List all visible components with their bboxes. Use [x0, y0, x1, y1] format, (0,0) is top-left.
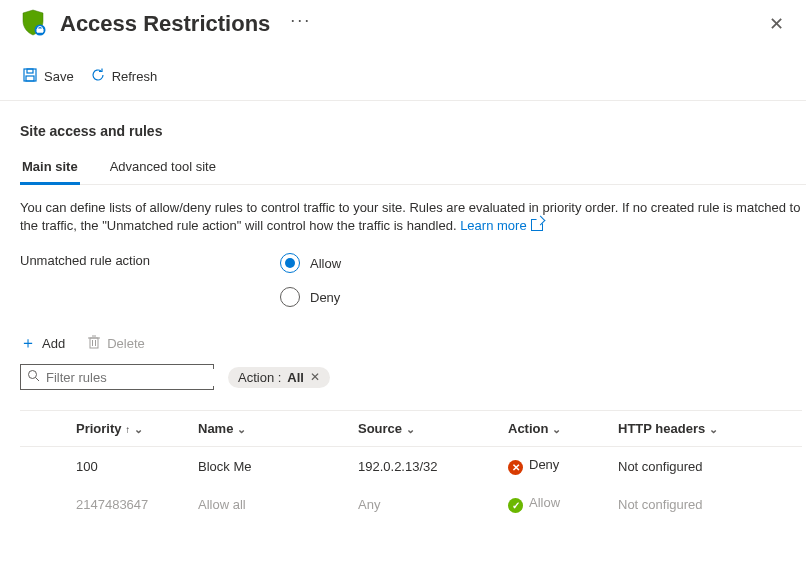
save-button[interactable]: Save: [22, 67, 74, 86]
filter-pill-action[interactable]: Action : All ✕: [228, 367, 330, 388]
svg-line-7: [36, 378, 40, 382]
refresh-icon: [90, 67, 106, 86]
shield-icon: [20, 8, 46, 39]
sort-asc-icon: ↑: [125, 424, 130, 435]
plus-icon: ＋: [20, 333, 36, 354]
col-name[interactable]: Name⌄: [190, 411, 350, 447]
page-title: Access Restrictions: [60, 11, 270, 37]
chevron-down-icon: ⌄: [237, 423, 246, 435]
search-icon: [27, 369, 40, 385]
refresh-button[interactable]: Refresh: [90, 67, 158, 86]
radio-allow-label: Allow: [310, 256, 341, 271]
chevron-down-icon: ⌄: [552, 423, 561, 435]
filter-input-wrapper[interactable]: [20, 364, 214, 390]
add-button[interactable]: ＋ Add: [20, 333, 65, 354]
tab-advanced-tool-site[interactable]: Advanced tool site: [108, 153, 218, 184]
radio-allow[interactable]: [280, 253, 300, 273]
radio-deny-label: Deny: [310, 290, 340, 305]
svg-rect-1: [37, 29, 43, 33]
delete-button[interactable]: Delete: [87, 335, 145, 352]
trash-icon: [87, 335, 101, 352]
col-action[interactable]: Action⌄: [500, 411, 610, 447]
tab-main-site[interactable]: Main site: [20, 153, 80, 185]
learn-more-link[interactable]: Learn more: [460, 218, 542, 233]
radio-deny[interactable]: [280, 287, 300, 307]
svg-rect-4: [26, 76, 34, 81]
table-row[interactable]: 2147483647Allow allAny✓AllowNot configur…: [20, 485, 802, 523]
table-row[interactable]: 100Block Me192.0.2.13/32✕DenyNot configu…: [20, 447, 802, 486]
chevron-down-icon: ⌄: [134, 423, 143, 435]
chevron-down-icon: ⌄: [406, 423, 415, 435]
col-source[interactable]: Source⌄: [350, 411, 500, 447]
allow-icon: ✓: [508, 498, 523, 513]
clear-filter-icon[interactable]: ✕: [310, 370, 320, 384]
svg-point-6: [29, 371, 37, 379]
description-text: You can define lists of allow/deny rules…: [20, 199, 802, 235]
chevron-down-icon: ⌄: [709, 423, 718, 435]
more-menu-button[interactable]: ···: [290, 10, 311, 37]
filter-input[interactable]: [44, 369, 216, 386]
unmatched-rule-label: Unmatched rule action: [20, 253, 280, 268]
svg-rect-5: [90, 338, 98, 348]
col-priority[interactable]: Priority ↑⌄: [20, 411, 190, 447]
close-button[interactable]: ✕: [769, 13, 784, 35]
svg-rect-3: [27, 69, 33, 73]
deny-icon: ✕: [508, 460, 523, 475]
section-heading: Site access and rules: [20, 123, 806, 139]
external-link-icon: [531, 219, 543, 231]
save-icon: [22, 67, 38, 86]
rules-table: Priority ↑⌄ Name⌄ Source⌄ Action⌄ HTTP h…: [20, 410, 802, 523]
col-http-headers[interactable]: HTTP headers⌄: [610, 411, 802, 447]
